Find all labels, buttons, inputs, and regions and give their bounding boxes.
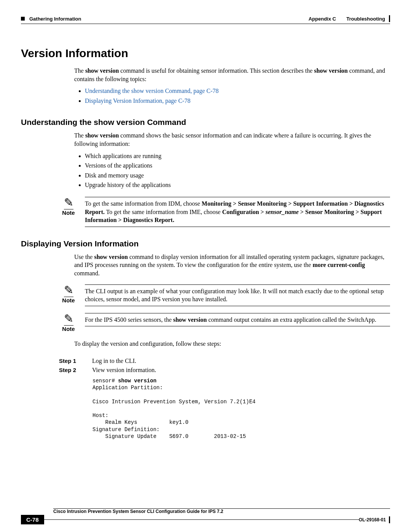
bullet-item: Disk and memory usage — [85, 171, 390, 181]
section1-paragraph: The show version command shows the basic… — [74, 131, 390, 148]
link-displaying[interactable]: Displaying Version Information, page C-7… — [85, 97, 190, 104]
section1-title: Understanding the show version Command — [21, 118, 390, 127]
header-section-left: Gathering Information — [29, 16, 81, 22]
step-body: Log in to the CLI. — [92, 358, 390, 364]
footer-doc-id: OL-29168-01 — [359, 517, 386, 522]
steps-intro: To display the version and configuration… — [74, 340, 390, 348]
note-body: The CLI output is an example of what you… — [85, 285, 390, 306]
page-number: C-78 — [21, 515, 44, 524]
footer-pipe-icon — [389, 516, 390, 523]
note-label: Note — [62, 326, 75, 332]
note-label: Note — [62, 297, 75, 304]
page-header: Gathering Information Appendix C Trouble… — [21, 15, 390, 22]
step-label: Step 2 — [59, 367, 88, 374]
section2-paragraph: Use the show version command to display … — [74, 253, 390, 278]
code-output: sensor# show version Application Partiti… — [92, 377, 390, 440]
page-footer: Cisco Intrusion Prevention System Sensor… — [21, 508, 390, 524]
section2-title: Displaying Version Information — [21, 239, 390, 248]
header-marker-icon — [21, 17, 25, 21]
header-title-right: Troubleshooting — [346, 16, 385, 22]
header-rule — [21, 24, 390, 24]
footer-guide-title: Cisco Intrusion Prevention System Sensor… — [53, 509, 390, 514]
pencil-icon: ✎ — [64, 284, 73, 297]
note-body: For the IPS 4500 series sensors, the sho… — [85, 313, 390, 326]
bullet-item: Upgrade history of the applications — [85, 180, 390, 190]
page-title: Version Information — [21, 47, 390, 60]
bullet-item: Versions of the applications — [85, 161, 390, 171]
intro-paragraph: The show version command is useful for o… — [74, 67, 390, 83]
step-body: View version information. — [92, 367, 390, 374]
link-understanding[interactable]: Understanding the show version Command, … — [85, 88, 219, 94]
header-appendix: Appendix C — [309, 16, 336, 22]
note-label: Note — [62, 209, 75, 216]
pencil-icon: ✎ — [64, 313, 73, 326]
step-label: Step 1 — [59, 358, 88, 364]
note-body: To get the same information from IDM, ch… — [85, 197, 390, 227]
note-rule-bottom — [85, 306, 390, 306]
header-pipe-icon — [389, 15, 390, 22]
note-rule-bottom — [85, 326, 390, 326]
note-rule-bottom — [85, 227, 390, 227]
bullet-item: Which applications are running — [85, 151, 390, 161]
pencil-icon: ✎ — [64, 197, 73, 209]
